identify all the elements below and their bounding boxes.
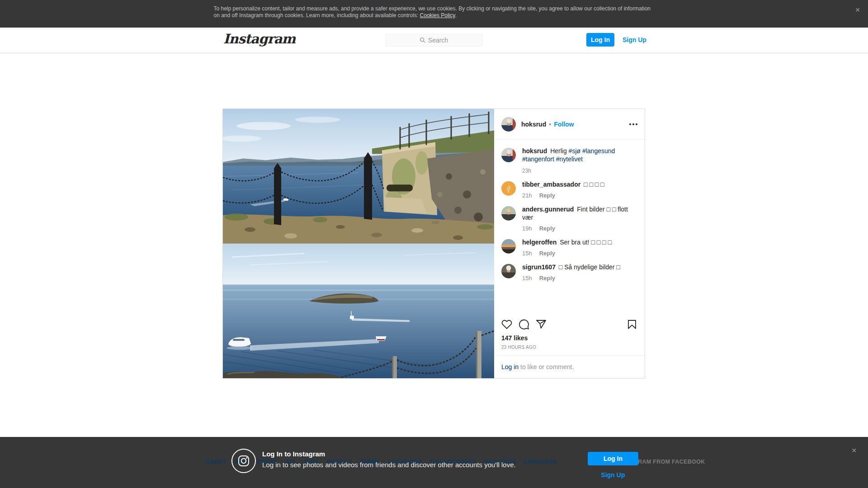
post-card: hoksrud • Follow hoksrud Herlig #sjø #la (222, 108, 645, 379)
comment-row: anders.gunnerud Fint bilder □ □ flott væ… (501, 205, 637, 232)
username-separator: • (549, 121, 551, 128)
comment-time: 21h (522, 192, 532, 199)
cookie-banner: To help personalize content, tailor and … (0, 0, 868, 28)
comment-row: tibber_ambassador □ □ □ □ 21h Reply (501, 180, 637, 199)
lightning-bolt-icon (505, 185, 513, 192)
reply-button[interactable]: Reply (539, 250, 555, 257)
instagram-glyph-logo (231, 449, 256, 473)
caption-text: hoksrud Herlig #sjø #langesund #tangenfo… (522, 147, 637, 163)
instagram-post-page: To help personalize content, tailor and … (0, 0, 868, 488)
comment-time: 19h (522, 225, 532, 232)
commenter-username[interactable]: helgeroffen (522, 239, 557, 246)
hashtag-link[interactable]: #nytelivet (556, 155, 583, 163)
login-button[interactable]: Log In (586, 33, 614, 47)
post-photo-1[interactable] (223, 109, 494, 244)
commenter-avatar[interactable] (501, 239, 516, 253)
share-icon[interactable] (536, 318, 547, 331)
commenter-username[interactable]: tibber_ambassador (522, 181, 580, 188)
close-icon[interactable]: ✕ (851, 447, 857, 454)
footer-link-language[interactable]: LANGUAGE (524, 459, 557, 465)
top-nav: Instagram Search Log In Sign Up (0, 28, 868, 53)
comment-text: □ Så nydelige bilder □ (559, 263, 620, 271)
comments-section: hoksrud Herlig #sjø #langesund #tangenfo… (494, 140, 645, 314)
commenter-avatar[interactable] (501, 206, 516, 221)
like-icon[interactable] (501, 318, 512, 331)
commenter-avatar[interactable] (501, 264, 516, 278)
bookmark-icon[interactable] (627, 318, 637, 331)
login-wall-text: Log In to Instagram Log in to see photos… (262, 450, 516, 469)
commenter-username[interactable]: anders.gunnerud (522, 206, 574, 213)
close-icon[interactable]: ✕ (855, 6, 860, 14)
cookie-banner-text: To help personalize content, tailor and … (214, 0, 655, 19)
comment-time: 15h (522, 250, 532, 257)
caption-body: Herlig (550, 147, 567, 155)
cookies-policy-link[interactable]: Cookies Policy (420, 12, 455, 19)
cookie-text-suffix: . (455, 12, 456, 19)
login-prompt-text: to like or comment. (519, 363, 574, 371)
follow-button[interactable]: Follow (554, 121, 574, 128)
post-header: hoksrud • Follow (494, 109, 645, 140)
post-actions: 147 likes 23 HOURS AGO (494, 314, 645, 355)
login-link[interactable]: Log in (501, 363, 519, 371)
search-input[interactable]: Search (386, 34, 482, 47)
signup-link[interactable]: Sign Up (623, 36, 646, 43)
post-photo-2[interactable] (223, 244, 494, 378)
comment-icon[interactable] (519, 318, 529, 331)
commenter-avatar[interactable] (501, 181, 516, 196)
comment-row: sigrun1607 □ Så nydelige bilder □ 15h Re… (501, 263, 637, 282)
likes-count[interactable]: 147 likes (501, 334, 637, 342)
hashtag-link[interactable]: #sjø (569, 147, 580, 155)
reply-button[interactable]: Reply (539, 275, 555, 282)
caption-row: hoksrud Herlig #sjø #langesund #tangenfo… (501, 147, 637, 174)
login-wall-subtitle: Log in to see photos and videos from fri… (262, 461, 516, 469)
camera-icon (237, 455, 250, 467)
caption-timestamp: 23h (522, 168, 637, 174)
post-media[interactable] (223, 109, 494, 378)
poster-avatar[interactable] (501, 148, 516, 162)
post-timestamp: 23 HOURS AGO (501, 345, 637, 350)
poster-identity: hoksrud • Follow (521, 121, 574, 128)
instagram-wordmark-logo[interactable]: Instagram (223, 31, 295, 47)
poster-username[interactable]: hoksrud (521, 121, 546, 128)
hashtag-link[interactable]: #langesund (582, 147, 615, 155)
comment-text: □ □ □ □ (584, 181, 604, 188)
comment-row: helgeroffen Ser bra ut! □ □ □ □ 15h Repl… (501, 238, 637, 257)
poster-avatar[interactable] (501, 117, 516, 131)
hashtag-link[interactable]: #tangenfort (522, 155, 554, 163)
login-button[interactable]: Log In (588, 452, 638, 465)
login-wall-title: Log In to Instagram (262, 450, 516, 458)
footer-login-wall: ABOUT HELP PRESS API JOBS PRIVACY TERMS … (0, 437, 868, 488)
commenter-username[interactable]: sigrun1607 (522, 263, 556, 271)
caption-username[interactable]: hoksrud (522, 147, 547, 155)
reply-button[interactable]: Reply (539, 192, 555, 199)
login-prompt: Log in to like or comment. (494, 355, 645, 378)
search-icon (420, 38, 425, 43)
footer-link-about[interactable]: ABOUT (206, 459, 226, 465)
comment-text: Ser bra ut! □ □ □ □ (560, 239, 612, 246)
reply-button[interactable]: Reply (539, 225, 555, 232)
more-options-button[interactable] (626, 120, 637, 129)
comment-time: 15h (522, 275, 532, 282)
signup-link[interactable]: Sign Up (588, 471, 638, 479)
post-side-panel: hoksrud • Follow hoksrud Herlig #sjø #la (494, 109, 645, 378)
search-placeholder: Search (428, 37, 448, 44)
